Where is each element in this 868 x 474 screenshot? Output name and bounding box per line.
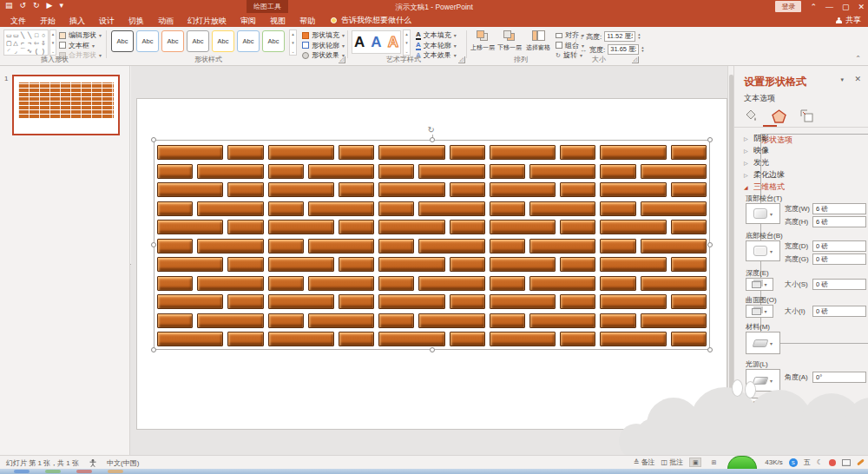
section-2[interactable]: ▷映像 <box>744 144 863 156</box>
selection-handle[interactable] <box>707 347 713 352</box>
brick[interactable] <box>378 201 414 216</box>
gallery-down-icon[interactable]: ▾ <box>405 40 408 45</box>
minimize-icon[interactable]: — <box>825 3 833 11</box>
brick[interactable] <box>197 276 263 291</box>
brick[interactable] <box>227 220 263 234</box>
text-box-button[interactable]: 文本框▾ <box>59 41 102 50</box>
brick[interactable] <box>529 239 595 253</box>
brick[interactable] <box>600 220 666 234</box>
wordart-style-3[interactable]: A <box>388 35 398 49</box>
ribbon-tab-3[interactable]: 插入 <box>62 14 92 27</box>
section-5[interactable]: ◢三维格式 <box>744 181 863 193</box>
brick[interactable] <box>378 332 444 346</box>
brick[interactable] <box>490 201 525 216</box>
brick[interactable] <box>308 201 374 216</box>
brick[interactable] <box>268 257 334 272</box>
brick[interactable] <box>600 294 666 309</box>
brick[interactable] <box>157 294 223 309</box>
shape-style-preset-7[interactable]: Abc <box>262 30 285 52</box>
brick[interactable] <box>490 332 556 346</box>
brick[interactable] <box>418 239 484 253</box>
wordart-dialog-launcher[interactable]: ◿ <box>458 56 465 63</box>
brick[interactable] <box>490 313 525 328</box>
collapse-ribbon-icon[interactable]: ⌃ <box>855 55 861 63</box>
tab-text-options[interactable]: 文本选项 <box>744 93 775 104</box>
ribbon-tab-8[interactable]: 审阅 <box>233 14 263 27</box>
selection-handle[interactable] <box>707 137 713 142</box>
gallery-down-icon[interactable]: ▾ <box>52 40 55 45</box>
bottom-bevel-height-input[interactable] <box>812 253 866 265</box>
gallery-up-icon[interactable]: ▴ <box>292 31 294 36</box>
brick[interactable] <box>227 257 263 272</box>
shape-icon[interactable]: ¬ <box>27 40 32 46</box>
shape-icon[interactable]: ∿ <box>27 48 32 55</box>
brick-wall-shape[interactable] <box>157 145 707 346</box>
brick[interactable] <box>560 332 595 346</box>
brick[interactable] <box>339 182 374 197</box>
brick[interactable] <box>378 313 414 328</box>
brick[interactable] <box>197 239 263 253</box>
brick[interactable] <box>268 294 334 309</box>
brick[interactable] <box>157 201 193 216</box>
shape-icon[interactable]: ⌐ <box>20 40 25 46</box>
brick[interactable] <box>157 182 223 197</box>
shape-style-preset-1[interactable]: Abc <box>111 30 134 52</box>
gallery-up-icon[interactable]: ▴ <box>52 31 55 36</box>
brick[interactable] <box>339 220 374 234</box>
shape-outline-button[interactable]: 形状轮廓▾ <box>302 41 345 50</box>
rotation-handle[interactable]: ↻ <box>428 126 435 135</box>
size-dialog-launcher[interactable]: ◿ <box>632 56 639 63</box>
selection-handle[interactable] <box>430 347 435 352</box>
brick[interactable] <box>641 201 707 216</box>
pane-menu-icon[interactable]: ▾ <box>840 76 844 83</box>
shape-icon[interactable]: ◞ <box>13 48 18 55</box>
brick[interactable] <box>378 276 414 291</box>
brick[interactable] <box>157 332 223 346</box>
brick[interactable] <box>227 145 263 160</box>
shape-gallery-scroll[interactable]: ▴ ▾ ⌄ <box>49 30 56 56</box>
text-outline-button[interactable]: A文本轮廓▾ <box>416 41 457 50</box>
top-bevel-width-input[interactable] <box>812 203 866 214</box>
shape-icon[interactable]: ╲ <box>20 32 25 39</box>
gallery-up-icon[interactable]: ▴ <box>405 31 408 36</box>
brick[interactable] <box>418 313 484 328</box>
brick[interactable] <box>418 201 484 216</box>
shape-gallery[interactable]: ▭▭╲╲□○▢△⌐¬⇦⇩◜◞⌒∿() <box>3 30 49 56</box>
brick[interactable] <box>490 294 556 309</box>
brick[interactable] <box>600 257 666 272</box>
gallery-more-icon[interactable]: ⌄ <box>51 49 55 54</box>
ribbon-tab-2[interactable]: 开始 <box>33 14 62 27</box>
brick[interactable] <box>308 276 374 291</box>
shape-icon[interactable]: □ <box>34 32 39 38</box>
ribbon-tab-6[interactable]: 动画 <box>151 14 181 27</box>
shape-icon[interactable]: ) <box>41 48 46 54</box>
brick[interactable] <box>268 220 334 234</box>
brick[interactable] <box>600 239 635 253</box>
accessibility-icon[interactable] <box>89 459 96 467</box>
brick[interactable] <box>671 182 707 197</box>
brick[interactable] <box>450 182 485 197</box>
shape-icon[interactable]: ⇦ <box>34 40 39 47</box>
brick[interactable] <box>418 164 484 179</box>
brick[interactable] <box>268 239 304 253</box>
shape-fill-button[interactable]: 形状填充▾ <box>302 30 345 40</box>
brick[interactable] <box>378 145 444 160</box>
sogou-icon[interactable]: S <box>789 458 798 467</box>
shape-icon[interactable]: ▭ <box>6 32 11 39</box>
brick[interactable] <box>378 220 444 234</box>
shape-style-preset-4[interactable]: Abc <box>187 30 209 52</box>
shape-selection-box[interactable]: ↻ <box>154 140 710 350</box>
brick[interactable] <box>600 332 666 346</box>
section-3[interactable]: ▷发光 <box>744 156 863 168</box>
brick[interactable] <box>157 257 223 272</box>
night-mode-icon[interactable]: ☾ <box>817 458 823 466</box>
shape-icon[interactable]: ◜ <box>6 48 11 55</box>
brick[interactable] <box>490 276 525 291</box>
fill-line-icon[interactable] <box>744 109 758 123</box>
brick[interactable] <box>600 313 635 328</box>
brick[interactable] <box>227 182 263 197</box>
brick[interactable] <box>600 164 635 179</box>
brick[interactable] <box>671 294 707 309</box>
shape-icon[interactable]: ╲ <box>27 32 32 39</box>
shape-styles-dialog-launcher[interactable]: ◿ <box>339 56 345 63</box>
